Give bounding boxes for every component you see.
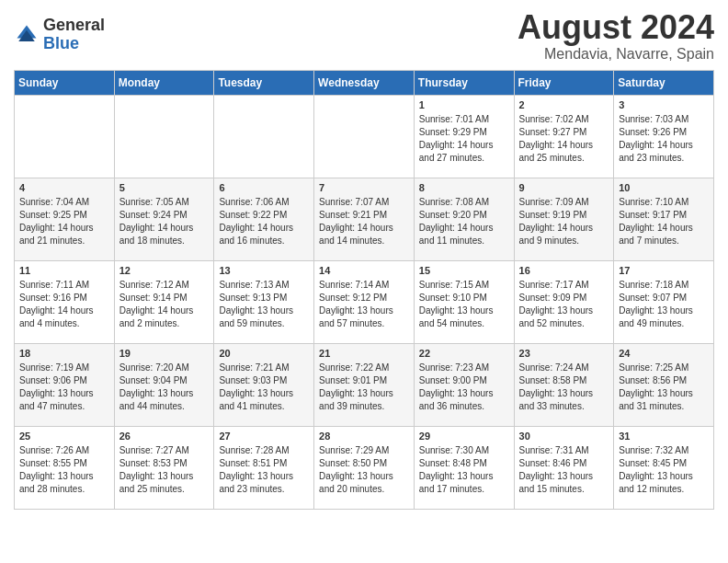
calendar-week-2: 4Sunrise: 7:04 AM Sunset: 9:25 PM Daylig… xyxy=(15,178,714,260)
day-number: 30 xyxy=(519,431,609,442)
day-info: Sunrise: 7:30 AM Sunset: 8:48 PM Dayligh… xyxy=(419,444,509,496)
day-info: Sunrise: 7:32 AM Sunset: 8:45 PM Dayligh… xyxy=(619,444,709,496)
calendar-header: SundayMondayTuesdayWednesdayThursdayFrid… xyxy=(15,70,714,95)
calendar-cell: 5Sunrise: 7:05 AM Sunset: 9:24 PM Daylig… xyxy=(114,178,214,260)
day-number: 7 xyxy=(319,182,409,193)
calendar-cell xyxy=(214,95,314,178)
calendar-cell: 28Sunrise: 7:29 AM Sunset: 8:50 PM Dayli… xyxy=(314,426,415,509)
day-number: 6 xyxy=(219,182,309,193)
day-info: Sunrise: 7:31 AM Sunset: 8:46 PM Dayligh… xyxy=(519,444,609,496)
calendar-cell: 16Sunrise: 7:17 AM Sunset: 9:09 PM Dayli… xyxy=(514,260,614,343)
weekday-header-friday: Friday xyxy=(514,70,614,95)
calendar-cell: 22Sunrise: 7:23 AM Sunset: 9:00 PM Dayli… xyxy=(414,343,514,426)
calendar-cell: 23Sunrise: 7:24 AM Sunset: 8:58 PM Dayli… xyxy=(514,343,614,426)
calendar-cell: 13Sunrise: 7:13 AM Sunset: 9:13 PM Dayli… xyxy=(214,260,314,343)
weekday-header-thursday: Thursday xyxy=(414,70,514,95)
day-info: Sunrise: 7:17 AM Sunset: 9:09 PM Dayligh… xyxy=(519,279,609,330)
calendar-cell: 27Sunrise: 7:28 AM Sunset: 8:51 PM Dayli… xyxy=(214,426,314,509)
calendar-cell: 14Sunrise: 7:14 AM Sunset: 9:12 PM Dayli… xyxy=(314,260,415,343)
weekday-header-row: SundayMondayTuesdayWednesdayThursdayFrid… xyxy=(15,70,714,95)
day-number: 10 xyxy=(619,182,709,193)
location-text: Mendavia, Navarre, Spain xyxy=(518,46,714,63)
day-info: Sunrise: 7:03 AM Sunset: 9:26 PM Dayligh… xyxy=(619,113,709,165)
day-number: 24 xyxy=(619,348,709,359)
calendar-table: SundayMondayTuesdayWednesdayThursdayFrid… xyxy=(14,70,714,510)
calendar-cell: 20Sunrise: 7:21 AM Sunset: 9:03 PM Dayli… xyxy=(214,343,314,426)
calendar-cell: 15Sunrise: 7:15 AM Sunset: 9:10 PM Dayli… xyxy=(414,260,514,343)
day-info: Sunrise: 7:20 AM Sunset: 9:04 PM Dayligh… xyxy=(119,362,210,413)
calendar-body: 1Sunrise: 7:01 AM Sunset: 9:29 PM Daylig… xyxy=(15,95,714,509)
day-number: 8 xyxy=(419,182,509,193)
calendar-cell xyxy=(15,95,115,178)
day-number: 28 xyxy=(319,431,409,442)
calendar-cell: 24Sunrise: 7:25 AM Sunset: 8:56 PM Dayli… xyxy=(614,343,714,426)
weekday-header-tuesday: Tuesday xyxy=(214,70,314,95)
calendar-cell: 4Sunrise: 7:04 AM Sunset: 9:25 PM Daylig… xyxy=(15,178,115,260)
calendar-cell: 26Sunrise: 7:27 AM Sunset: 8:53 PM Dayli… xyxy=(114,426,214,509)
calendar-cell: 21Sunrise: 7:22 AM Sunset: 9:01 PM Dayli… xyxy=(314,343,415,426)
calendar-cell: 25Sunrise: 7:26 AM Sunset: 8:55 PM Dayli… xyxy=(15,426,115,509)
day-number: 14 xyxy=(319,265,409,276)
calendar-week-4: 18Sunrise: 7:19 AM Sunset: 9:06 PM Dayli… xyxy=(15,343,714,426)
calendar-week-5: 25Sunrise: 7:26 AM Sunset: 8:55 PM Dayli… xyxy=(15,426,714,509)
calendar-week-3: 11Sunrise: 7:11 AM Sunset: 9:16 PM Dayli… xyxy=(15,260,714,343)
weekday-header-monday: Monday xyxy=(114,70,214,95)
day-info: Sunrise: 7:22 AM Sunset: 9:01 PM Dayligh… xyxy=(319,362,409,413)
day-info: Sunrise: 7:18 AM Sunset: 9:07 PM Dayligh… xyxy=(619,279,709,330)
day-number: 3 xyxy=(619,99,709,110)
day-info: Sunrise: 7:13 AM Sunset: 9:13 PM Dayligh… xyxy=(219,279,309,330)
day-number: 5 xyxy=(119,182,210,193)
day-info: Sunrise: 7:21 AM Sunset: 9:03 PM Dayligh… xyxy=(219,362,309,413)
day-info: Sunrise: 7:23 AM Sunset: 9:00 PM Dayligh… xyxy=(419,362,509,413)
title-area: August 2024 Mendavia, Navarre, Spain xyxy=(518,9,714,63)
day-info: Sunrise: 7:25 AM Sunset: 8:56 PM Dayligh… xyxy=(619,362,709,413)
day-number: 15 xyxy=(419,265,509,276)
calendar-cell: 6Sunrise: 7:06 AM Sunset: 9:22 PM Daylig… xyxy=(214,178,314,260)
day-info: Sunrise: 7:10 AM Sunset: 9:17 PM Dayligh… xyxy=(619,196,709,247)
day-number: 22 xyxy=(419,348,509,359)
day-info: Sunrise: 7:01 AM Sunset: 9:29 PM Dayligh… xyxy=(419,113,509,165)
day-number: 18 xyxy=(19,348,109,359)
day-number: 19 xyxy=(119,348,210,359)
day-info: Sunrise: 7:26 AM Sunset: 8:55 PM Dayligh… xyxy=(19,444,109,496)
calendar-cell: 18Sunrise: 7:19 AM Sunset: 9:06 PM Dayli… xyxy=(15,343,115,426)
day-info: Sunrise: 7:15 AM Sunset: 9:10 PM Dayligh… xyxy=(419,279,509,330)
day-info: Sunrise: 7:24 AM Sunset: 8:58 PM Dayligh… xyxy=(519,362,609,413)
day-number: 21 xyxy=(319,348,409,359)
calendar-cell: 7Sunrise: 7:07 AM Sunset: 9:21 PM Daylig… xyxy=(314,178,415,260)
calendar-cell: 9Sunrise: 7:09 AM Sunset: 9:19 PM Daylig… xyxy=(514,178,614,260)
day-number: 16 xyxy=(519,265,609,276)
day-info: Sunrise: 7:12 AM Sunset: 9:14 PM Dayligh… xyxy=(119,279,210,330)
weekday-header-wednesday: Wednesday xyxy=(314,70,415,95)
page-header: General Blue August 2024 Mendavia, Navar… xyxy=(14,9,714,63)
calendar-cell: 2Sunrise: 7:02 AM Sunset: 9:27 PM Daylig… xyxy=(514,95,614,178)
logo-blue-text: Blue xyxy=(43,35,105,53)
calendar-cell: 11Sunrise: 7:11 AM Sunset: 9:16 PM Dayli… xyxy=(15,260,115,343)
calendar-cell: 19Sunrise: 7:20 AM Sunset: 9:04 PM Dayli… xyxy=(114,343,214,426)
calendar-cell xyxy=(314,95,415,178)
day-number: 17 xyxy=(619,265,709,276)
logo: General Blue xyxy=(14,17,105,53)
day-info: Sunrise: 7:08 AM Sunset: 9:20 PM Dayligh… xyxy=(419,196,509,247)
day-number: 11 xyxy=(19,265,109,276)
weekday-header-saturday: Saturday xyxy=(614,70,714,95)
day-info: Sunrise: 7:09 AM Sunset: 9:19 PM Dayligh… xyxy=(519,196,609,247)
day-number: 20 xyxy=(219,348,309,359)
day-number: 9 xyxy=(519,182,609,193)
calendar-week-1: 1Sunrise: 7:01 AM Sunset: 9:29 PM Daylig… xyxy=(15,95,714,178)
day-info: Sunrise: 7:27 AM Sunset: 8:53 PM Dayligh… xyxy=(119,444,210,496)
month-year-title: August 2024 xyxy=(518,9,714,46)
logo-general-text: General xyxy=(43,17,105,35)
day-number: 13 xyxy=(219,265,309,276)
day-number: 29 xyxy=(419,431,509,442)
calendar-cell: 12Sunrise: 7:12 AM Sunset: 9:14 PM Dayli… xyxy=(114,260,214,343)
logo-icon xyxy=(14,22,40,48)
day-number: 12 xyxy=(119,265,210,276)
day-info: Sunrise: 7:06 AM Sunset: 9:22 PM Dayligh… xyxy=(219,196,309,247)
day-info: Sunrise: 7:04 AM Sunset: 9:25 PM Dayligh… xyxy=(19,196,109,247)
day-info: Sunrise: 7:07 AM Sunset: 9:21 PM Dayligh… xyxy=(319,196,409,247)
day-number: 25 xyxy=(19,431,109,442)
day-number: 2 xyxy=(519,99,609,110)
calendar-cell: 31Sunrise: 7:32 AM Sunset: 8:45 PM Dayli… xyxy=(614,426,714,509)
day-info: Sunrise: 7:28 AM Sunset: 8:51 PM Dayligh… xyxy=(219,444,309,496)
